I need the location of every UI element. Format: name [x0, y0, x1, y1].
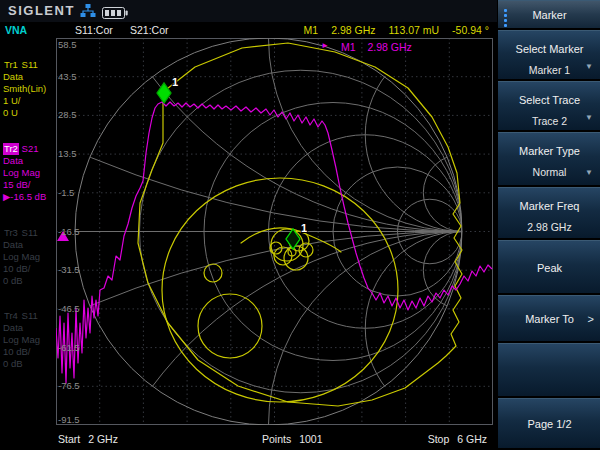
dropdown-caret-icon: ▼ — [585, 168, 593, 177]
y-axis-label: 43.5 — [58, 71, 77, 82]
top-bar: SIGLENT — [0, 0, 497, 22]
menu-button-label: Select Marker — [498, 31, 600, 55]
trace1-marker-readout: M1 2.98 GHz 113.07 mU -50.94 ° — [304, 24, 489, 36]
marker-number-label: 1 — [301, 222, 307, 234]
status-row: VNA S11:Cor S21:Cor M1 2.98 GHz 113.07 m… — [0, 23, 497, 38]
trace2-marker-name: M1 — [341, 41, 356, 53]
trace-setting: 0 U — [3, 107, 46, 119]
trace-setting: Data — [3, 155, 46, 167]
stop-label: Stop — [428, 433, 450, 445]
trace-setting: 0 dB — [3, 358, 40, 370]
trace1-marker-name: M1 — [304, 24, 319, 36]
trace-annotation-tr2[interactable]: Tr2 S21DataLog Mag15 dB/▶-16.5 dB — [3, 143, 46, 203]
trace-setting: Data — [3, 71, 46, 83]
trace-setting: Log Mag — [3, 251, 40, 263]
points-value: 1001 — [299, 433, 322, 445]
trace-setting: Smith(Lin) — [3, 83, 46, 95]
trace-annotation-tr3: Tr3 S11DataLog Mag10 dB/0 dB — [3, 227, 40, 287]
menu-button-marker-type[interactable]: Marker TypeNormal▼ — [498, 132, 600, 187]
marker1-on-trace2[interactable]: 1 — [157, 76, 178, 103]
y-axis-label: -46.5 — [58, 303, 80, 314]
trace-setting: Data — [3, 322, 40, 334]
menu-button-label: Marker Type — [498, 133, 600, 157]
y-axis-label: -31.5 — [58, 264, 80, 275]
mode-label: VNA — [5, 24, 27, 36]
s21-correction-status: S21:Cor — [130, 24, 169, 36]
dropdown-caret-icon: ▼ — [585, 113, 593, 122]
sweep-points: Points 1001 — [262, 433, 323, 445]
menu-button-label: Marker Freq — [498, 188, 600, 212]
menu-button-value: 2.98 GHz — [498, 212, 600, 233]
trace2-marker-arrow-icon: ► — [321, 41, 329, 53]
menu-button-label — [498, 344, 600, 365]
trace2-marker-freq: 2.98 GHz — [368, 41, 412, 53]
sweep-start: Start 2 GHz — [58, 433, 118, 445]
menu-button-label: Select Trace — [498, 82, 600, 106]
points-label: Points — [262, 433, 291, 445]
start-value: 2 GHz — [88, 433, 118, 445]
trace-id: Tr4 S11 — [3, 310, 40, 322]
menu-title-label: Marker — [498, 1, 600, 21]
y-axis-label: 28.5 — [58, 109, 77, 120]
menu-button-label: Page 1/2 — [498, 399, 600, 430]
trace1-marker-mag: 113.07 mU — [389, 24, 440, 36]
y-axis-label: -91.5 — [58, 414, 80, 425]
s11-correction-status: S11:Cor — [75, 24, 113, 36]
marker-number-label: 1 — [172, 76, 178, 88]
trace-id: Tr1 S11 — [3, 59, 46, 71]
menu-button-label: Peak — [498, 241, 600, 274]
trace-setting: Data — [3, 239, 40, 251]
menu-button-label: Marker To — [498, 296, 600, 325]
trace-annotation-tr4: Tr4 S11DataLog Mag10 dB/0 dB — [3, 310, 40, 370]
trace-setting: 0 dB — [3, 275, 40, 287]
y-axis-label: -76.5 — [58, 380, 80, 391]
trace-setting: 15 dB/ — [3, 179, 46, 191]
y-axis-label: -61.5 — [58, 342, 80, 353]
trace-setting: Log Mag — [3, 167, 46, 179]
start-label: Start — [58, 433, 80, 445]
y-axis-label: 58.5 — [58, 39, 77, 50]
trace-setting: 10 dB/ — [3, 263, 40, 275]
trace-annotation-tr1[interactable]: Tr1 S11DataSmith(Lin)1 U/0 U — [3, 59, 46, 119]
softkey-menu: Marker Select MarkerMarker 1▼Select Trac… — [497, 0, 600, 450]
trace-setting: ▶-16.5 dB — [3, 191, 46, 203]
menu-dots-icon — [504, 9, 507, 27]
y-axis-label: -1.5 — [58, 187, 74, 198]
trace1-marker-freq: 2.98 GHz — [331, 24, 375, 36]
trace-id: Tr3 S11 — [3, 227, 40, 239]
trace-id: Tr2 S21 — [3, 143, 46, 155]
menu-button-select-trace[interactable]: Select TraceTrace 2▼ — [498, 81, 600, 132]
vna-screen: SIGLENT VNA S11:Cor S21:Cor M1 2 — [0, 0, 600, 450]
submenu-arrow-icon: > — [588, 313, 594, 325]
graticule-svg: 11 — [56, 38, 493, 425]
menu-button-marker-to[interactable]: Marker To> — [498, 295, 600, 343]
trace-setting: 1 U/ — [3, 95, 46, 107]
stop-value: 6 GHz — [457, 433, 487, 445]
menu-button-select-marker[interactable]: Select MarkerMarker 1▼ — [498, 30, 600, 81]
y-axis-label: -16.5 — [58, 226, 80, 237]
trace-setting: Log Mag — [3, 334, 40, 346]
menu-button-blank — [498, 343, 600, 398]
menu-button-marker-freq[interactable]: Marker Freq2.98 GHz — [498, 187, 600, 240]
battery-icon — [102, 5, 128, 23]
sweep-info-row: Start 2 GHz Points 1001 Stop 6 GHz — [0, 430, 497, 450]
plot-area: 11 58.543.528.513.5-1.5-16.5-31.5-46.5-6… — [56, 38, 493, 425]
menu-button-peak[interactable]: Peak — [498, 240, 600, 295]
menu-button-page[interactable]: Page 1/2 — [498, 398, 600, 450]
sweep-stop: Stop 6 GHz — [428, 433, 487, 445]
y-axis-label: 13.5 — [58, 148, 77, 159]
menu-title: Marker — [498, 0, 600, 30]
trace-setting: 10 dB/ — [3, 346, 40, 358]
siglent-logo: SIGLENT — [8, 3, 75, 18]
dropdown-caret-icon: ▼ — [585, 62, 593, 71]
trace1-marker-phase: -50.94 ° — [452, 24, 489, 36]
network-icon — [80, 4, 96, 22]
